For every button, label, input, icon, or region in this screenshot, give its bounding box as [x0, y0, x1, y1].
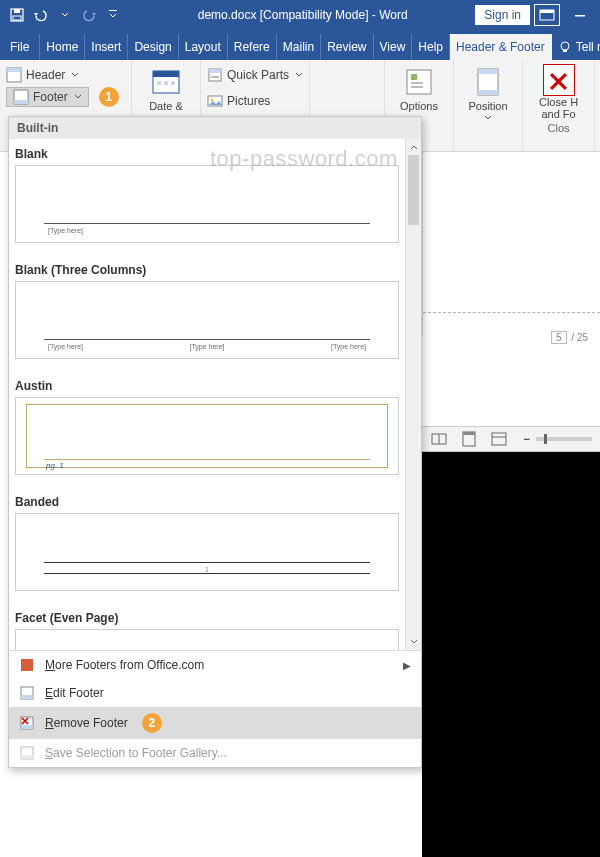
lightbulb-icon: [558, 40, 572, 54]
menu-edit-footer[interactable]: Edit Footer: [9, 679, 421, 707]
scrollbar-thumb[interactable]: [408, 155, 419, 225]
footer-button[interactable]: Footer 1: [6, 86, 125, 108]
close-header-footer-button[interactable]: Close H and Fo: [539, 64, 578, 120]
menu-more-footers[interactable]: More Footers from Office.com ▶: [9, 651, 421, 679]
placeholder-text: [Type here]: [331, 343, 366, 350]
options-label: Options: [400, 100, 438, 112]
gallery-footer-menu: More Footers from Office.com ▶ Edit Foot…: [9, 650, 421, 767]
svg-rect-28: [411, 82, 423, 84]
svg-rect-3: [109, 10, 117, 11]
edit-footer-icon: [19, 685, 35, 701]
annotation-badge-1: 1: [99, 87, 119, 107]
undo-dropdown-icon[interactable]: [56, 6, 74, 24]
svg-rect-29: [411, 86, 423, 88]
svg-rect-17: [171, 81, 175, 85]
ribbon-tabs: File Home Insert Design Layout Refere Ma…: [0, 30, 600, 60]
remove-footer-icon: [19, 715, 35, 731]
tab-view[interactable]: View: [374, 34, 413, 60]
position-label: Position: [468, 100, 507, 112]
page-total: 25: [577, 332, 588, 343]
tab-file[interactable]: File: [0, 34, 40, 60]
zoom-slider[interactable]: [536, 437, 592, 441]
menu-remove-footer[interactable]: Remove Footer 2: [9, 707, 421, 739]
svg-rect-37: [492, 433, 506, 445]
svg-rect-2: [13, 16, 21, 20]
quick-parts-label: Quick Parts: [227, 68, 289, 82]
svg-rect-15: [157, 81, 161, 85]
tab-tell-me[interactable]: Tell me: [552, 34, 600, 60]
svg-rect-22: [209, 69, 221, 73]
tab-insert[interactable]: Insert: [85, 34, 128, 60]
gallery-item-banded[interactable]: 1: [15, 513, 399, 591]
sign-in-button[interactable]: Sign in: [475, 5, 530, 25]
gallery-item-facet-even[interactable]: [Author name] | [SCHOOL]: [15, 629, 399, 650]
scroll-down-icon[interactable]: [406, 634, 421, 650]
minimize-button[interactable]: [564, 1, 596, 29]
gallery-section-header: Built-in: [9, 117, 421, 139]
redo-icon[interactable]: [80, 6, 98, 24]
print-layout-icon[interactable]: [460, 430, 478, 448]
gallery-item-banded-title: Banded: [9, 487, 405, 513]
page-indicator: 5 / 25: [551, 332, 588, 343]
annotation-badge-2: 2: [142, 713, 162, 733]
svg-rect-1: [14, 9, 20, 13]
tab-home[interactable]: Home: [40, 34, 85, 60]
svg-rect-8: [563, 50, 567, 52]
pictures-label: Pictures: [227, 94, 270, 108]
chevron-down-icon: [74, 93, 82, 101]
date-time-button[interactable]: Date &: [136, 64, 196, 112]
gallery-scroll-area: Blank [Type here] Blank (Three Columns) …: [9, 139, 421, 650]
gallery-item-blank-title: Blank: [9, 139, 405, 165]
svg-point-7: [561, 42, 569, 50]
save-icon[interactable]: [8, 6, 26, 24]
banded-page-number: 1: [205, 566, 209, 573]
qat-customize-icon[interactable]: [104, 6, 122, 24]
tab-mailings[interactable]: Mailin: [277, 34, 321, 60]
menu-more-label: More Footers from Office.com: [45, 658, 204, 672]
page-current: 5: [551, 331, 567, 344]
tab-design[interactable]: Design: [128, 34, 178, 60]
read-mode-icon[interactable]: [430, 430, 448, 448]
submenu-arrow-icon: ▶: [403, 660, 411, 671]
gallery-item-blank-three-columns[interactable]: [Type here] [Type here] [Type here]: [15, 281, 399, 359]
position-button[interactable]: Position: [458, 64, 518, 122]
gallery-item-blank[interactable]: [Type here]: [15, 165, 399, 243]
options-icon: [403, 66, 435, 98]
position-group: Position: [454, 60, 523, 151]
svg-rect-23: [211, 76, 219, 78]
placeholder-text: [Type here]: [48, 343, 83, 350]
tab-review[interactable]: Review: [321, 34, 373, 60]
gallery-scrollbar[interactable]: [405, 139, 421, 650]
svg-rect-16: [164, 81, 168, 85]
quick-parts-icon: [207, 67, 223, 83]
tab-layout[interactable]: Layout: [179, 34, 228, 60]
gallery-item-austin[interactable]: pg. 1: [15, 397, 399, 475]
undo-icon[interactable]: [32, 6, 50, 24]
options-button[interactable]: Options: [389, 64, 449, 122]
close-group-label: Clos: [548, 120, 570, 134]
titlebar-right: Sign in: [475, 1, 600, 29]
tab-references[interactable]: Refere: [228, 34, 277, 60]
document-background: [422, 452, 600, 857]
chevron-down-icon: [484, 114, 492, 122]
zoom-minus[interactable]: −: [523, 432, 530, 446]
header-button[interactable]: Header: [6, 64, 125, 86]
quick-parts-button[interactable]: Quick Parts: [207, 64, 303, 86]
svg-rect-32: [478, 90, 498, 95]
pictures-button[interactable]: Pictures: [207, 90, 303, 112]
zoom-control[interactable]: −: [523, 432, 592, 446]
ribbon-display-options-icon[interactable]: [534, 4, 560, 26]
calendar-icon: [150, 66, 182, 98]
svg-rect-36: [463, 432, 475, 435]
page-sep: /: [569, 332, 577, 343]
gallery-item-facet-even-title: Facet (Even Page): [9, 603, 405, 629]
web-layout-icon[interactable]: [490, 430, 508, 448]
tab-header-footer[interactable]: Header & Footer: [450, 34, 552, 60]
header-label: Header: [26, 68, 65, 82]
quick-access-toolbar: [0, 6, 130, 24]
menu-save-selection: Save Selection to Footer Gallery...: [9, 739, 421, 767]
tab-help[interactable]: Help: [412, 34, 450, 60]
position-icon: [472, 66, 504, 98]
scroll-up-icon[interactable]: [406, 139, 421, 155]
gallery-item-austin-title: Austin: [9, 371, 405, 397]
